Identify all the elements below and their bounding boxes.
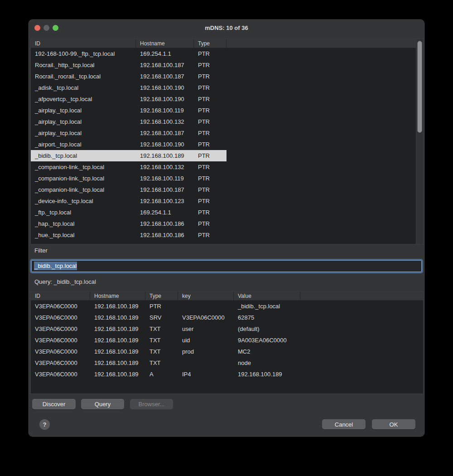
table-cell: IP4 (178, 369, 234, 380)
filter-input[interactable]: _bidib._tcp.local (31, 260, 422, 272)
table-cell: 192.168.100.190 (136, 82, 194, 93)
table-cell: 192.168.100.189 (90, 357, 145, 369)
table-cell: 192.168.100.189 (90, 369, 145, 380)
table-cell (178, 301, 234, 312)
table-cell: PTR (194, 105, 226, 116)
table-row[interactable]: V3EPA06C0000192.168.100.189TXTuid9A003EA… (31, 335, 423, 346)
table-cell: _device-info._tcp.local (31, 195, 136, 207)
column-header[interactable]: Value (234, 291, 300, 300)
table-cell: PTR (194, 229, 226, 241)
table-row[interactable]: _airplay._tcp.local192.168.100.187PTR (31, 127, 423, 139)
table-row[interactable]: _adisk._tcp.local192.168.100.190PTR (31, 82, 423, 93)
table-row[interactable]: _airport._tcp.local192.168.100.190PTR (31, 139, 423, 150)
table-cell: 192.168.100.186 (136, 218, 194, 229)
table-cell: 192.168.100.190 (136, 93, 194, 105)
table-row[interactable]: _device-info._tcp.local192.168.100.123PT… (31, 195, 423, 207)
filter-label: Filter (34, 247, 48, 254)
table-row[interactable]: V3EPA06C0000192.168.100.189AIP4192.168.1… (31, 369, 423, 380)
table-cell (178, 357, 234, 369)
window-title: mDNS: 10 of 36 (29, 24, 424, 31)
table-cell: 192.168.100.189 (90, 323, 145, 335)
table-row[interactable]: _bidib._tcp.local192.168.100.189PTR (31, 150, 423, 161)
table-row[interactable]: _afpovertcp._tcp.local192.168.100.190PTR (31, 93, 423, 105)
table-row[interactable]: _companion-link._tcp.local192.168.100.13… (31, 161, 423, 173)
table-cell: _hue._tcp.local (31, 229, 136, 241)
services-table-header: IDHostnameType (31, 39, 423, 48)
table-row[interactable]: _companion-link._tcp.local192.168.100.18… (31, 184, 423, 195)
table-cell: 192.168.100.189 (90, 301, 145, 312)
table-cell: Rocrail._http._tcp.local (31, 59, 136, 71)
table-cell: 192.168.100.187 (136, 59, 194, 71)
table-cell: V3EPA06C0000 (31, 335, 90, 346)
table-row[interactable]: 192-168-100-99._ftp._tcp.local169.254.1.… (31, 48, 423, 59)
mdns-dialog-window: mDNS: 10 of 36 IDHostnameType 192-168-10… (28, 19, 425, 437)
table-cell: PTR (194, 207, 226, 218)
table-cell: PTR (194, 218, 226, 229)
table-row[interactable]: V3EPA06C0000192.168.100.189SRVV3EPA06C00… (31, 312, 423, 323)
table-row[interactable]: V3EPA06C0000192.168.100.189TXTuser(defau… (31, 323, 423, 335)
table-row[interactable]: Rocrail._http._tcp.local192.168.100.187P… (31, 59, 423, 71)
table-row[interactable]: _ftp._tcp.local169.254.1.1PTR (31, 207, 423, 218)
table-cell: TXT (145, 335, 178, 346)
table-row[interactable]: _hap._tcp.local192.168.100.186PTR (31, 218, 423, 229)
table-row[interactable]: _hue._tcp.local192.168.100.186PTR (31, 229, 423, 241)
column-header[interactable]: ID (31, 39, 136, 48)
cancel-button[interactable]: Cancel (322, 419, 366, 429)
table-cell: A (145, 369, 178, 380)
discover-button[interactable]: Discover (32, 399, 76, 409)
table-cell: _airport._tcp.local (31, 139, 136, 150)
table-row[interactable]: Rocrail._rocrail._tcp.local192.168.100.1… (31, 71, 423, 82)
table-cell: V3EPA06C0000 (178, 312, 234, 323)
table-cell: PTR (194, 82, 226, 93)
table-cell: 192.168.100.186 (136, 229, 194, 241)
column-header[interactable]: key (178, 291, 234, 300)
table-cell: 192.168.100.187 (136, 71, 194, 82)
scrollbar-thumb[interactable] (417, 41, 422, 133)
table-cell: _adisk._tcp.local (31, 82, 136, 93)
services-table-body: 192-168-100-99._ftp._tcp.local169.254.1.… (31, 48, 423, 241)
table-cell: 169.254.1.1 (136, 48, 194, 59)
table-cell: _bidib._tcp.local (234, 301, 300, 312)
table-cell: _hap._tcp.local (31, 218, 136, 229)
table-cell: MC2 (234, 346, 300, 357)
table-cell: _companion-link._tcp.local (31, 161, 136, 173)
column-header[interactable]: Hostname (90, 291, 145, 300)
table-cell: 62875 (234, 312, 300, 323)
table-cell: PTR (194, 93, 226, 105)
table-cell: SRV (145, 312, 178, 323)
table-cell: 192.168.100.119 (136, 105, 194, 116)
table-cell: 192.168.100.190 (136, 139, 194, 150)
table-row[interactable]: _airplay._tcp.local192.168.100.119PTR (31, 105, 423, 116)
table-cell: PTR (194, 139, 226, 150)
table-cell: 169.254.1.1 (136, 207, 194, 218)
table-cell: _airplay._tcp.local (31, 127, 136, 139)
services-table-scrollbar[interactable] (416, 39, 423, 244)
table-row[interactable]: V3EPA06C0000192.168.100.189PTR_bidib._tc… (31, 301, 423, 312)
table-cell: PTR (194, 127, 226, 139)
table-row[interactable]: _companion-link._tcp.local192.168.100.11… (31, 173, 423, 184)
table-cell: PTR (194, 161, 226, 173)
table-cell: TXT (145, 323, 178, 335)
ok-button[interactable]: OK (372, 419, 415, 429)
table-row[interactable]: _airplay._tcp.local192.168.100.132PTR (31, 116, 423, 127)
table-row[interactable]: V3EPA06C0000192.168.100.189TXTprodMC2 (31, 346, 423, 357)
table-cell: PTR (194, 150, 226, 161)
browser-button: Browser... (130, 399, 173, 409)
table-cell: _companion-link._tcp.local (31, 184, 136, 195)
query-button[interactable]: Query (81, 399, 124, 409)
table-cell: 192.168.100.132 (136, 116, 194, 127)
column-header[interactable]: Hostname (136, 39, 194, 48)
table-cell: 192-168-100-99._ftp._tcp.local (31, 48, 136, 59)
column-header-filler (226, 39, 423, 48)
column-header[interactable]: Type (194, 39, 226, 48)
help-button[interactable]: ? (39, 419, 50, 430)
table-cell: 192.168.100.187 (136, 127, 194, 139)
title-bar[interactable]: mDNS: 10 of 36 (29, 19, 424, 37)
column-header[interactable]: ID (31, 291, 90, 300)
column-header[interactable]: Type (145, 291, 178, 300)
table-cell: _airplay._tcp.local (31, 105, 136, 116)
table-cell: 192.168.100.132 (136, 161, 194, 173)
filter-input-selected-text: _bidib._tcp.local (34, 262, 77, 270)
table-cell: PTR (145, 301, 178, 312)
table-row[interactable]: V3EPA06C0000192.168.100.189TXTnode (31, 357, 423, 369)
